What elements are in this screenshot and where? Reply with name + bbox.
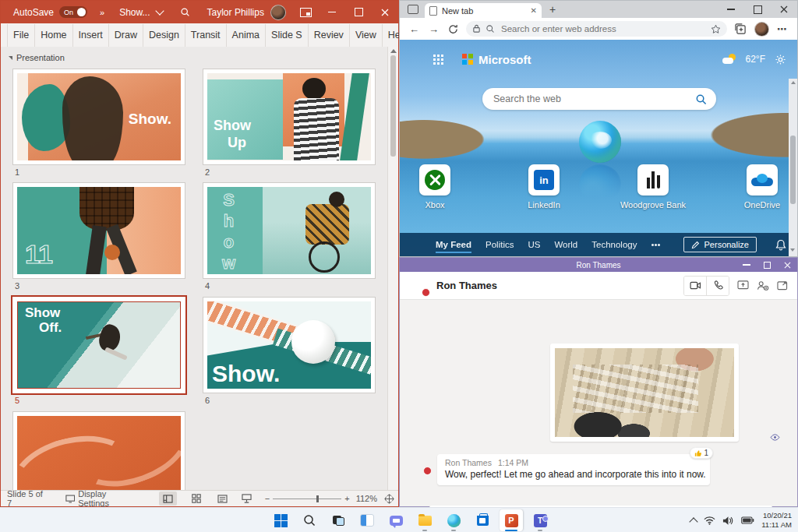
ribbon-tab-draw[interactable]: Draw: [109, 24, 143, 47]
back-button[interactable]: ←: [409, 23, 419, 35]
quick-access-overflow[interactable]: »: [100, 8, 105, 17]
scrollbar-thumb[interactable]: [390, 55, 396, 157]
display-settings-button[interactable]: Display Settings: [65, 489, 137, 508]
slide-sorter-button[interactable]: [188, 491, 206, 506]
zoom-level[interactable]: 112%: [356, 494, 377, 503]
feed-tab-my-feed[interactable]: My Feed: [436, 240, 471, 253]
gear-icon[interactable]: [775, 54, 786, 65]
reading-view-button[interactable]: [214, 491, 231, 506]
slide-thumbnail-6[interactable]: Show.: [203, 298, 375, 393]
popout-icon[interactable]: [777, 280, 788, 291]
quick-link-woodgrove-bank[interactable]: Woodgrove Bank: [618, 164, 688, 210]
account-name[interactable]: Taylor Phillips: [207, 7, 264, 18]
quick-link-linkedin[interactable]: in LinkedIn: [509, 164, 579, 210]
slide-thumbnail-5-selected[interactable]: Show Off.: [13, 298, 185, 393]
browser-tab-active[interactable]: New tab ✕: [425, 3, 542, 18]
minimize-button[interactable]: [319, 1, 345, 23]
close-button[interactable]: [372, 1, 398, 23]
minimize-button[interactable]: [736, 258, 757, 272]
personalize-button[interactable]: Personalize: [683, 237, 757, 252]
audio-call-button[interactable]: [706, 277, 729, 295]
feed-more-icon[interactable]: •••: [651, 240, 660, 249]
teams-taskbar-button[interactable]: T: [528, 509, 552, 531]
autosave-toggle[interactable]: On: [59, 6, 87, 18]
forward-button[interactable]: →: [429, 23, 439, 35]
tray-overflow-chevron-icon[interactable]: [690, 517, 698, 526]
wifi-icon[interactable]: [704, 516, 715, 525]
close-button[interactable]: [777, 258, 797, 272]
zoom-out-button[interactable]: −: [265, 494, 270, 503]
maximize-button[interactable]: [757, 258, 777, 272]
file-explorer-button[interactable]: [413, 509, 436, 531]
settings-menu-icon[interactable]: ⋯: [777, 23, 788, 35]
page-scrollbar[interactable]: [789, 79, 797, 256]
ribbon-tab-design[interactable]: Design: [143, 24, 185, 47]
feed-tab-politics[interactable]: Politics: [486, 240, 514, 249]
minimize-button[interactable]: [718, 1, 744, 18]
share-screen-icon[interactable]: [737, 280, 749, 291]
web-search-input[interactable]: [492, 93, 695, 105]
zoom-slider-thumb[interactable]: [316, 495, 319, 502]
ribbon-tab-transitions[interactable]: Transit: [185, 24, 227, 47]
normal-view-button[interactable]: [159, 491, 177, 506]
microsoft-logo[interactable]: Microsoft: [462, 53, 531, 66]
reaction-chip[interactable]: 1: [690, 447, 713, 459]
ribbon-tab-review[interactable]: Reviev: [309, 24, 350, 47]
slideshow-button[interactable]: [238, 491, 256, 506]
zoom-slider[interactable]: [273, 499, 341, 499]
slide-thumbnail-2[interactable]: Show Up: [203, 69, 375, 164]
search-icon[interactable]: [180, 7, 190, 17]
quick-link-xbox[interactable]: Xbox: [400, 164, 470, 210]
feed-tab-world[interactable]: World: [554, 240, 577, 249]
scrollbar-thumb[interactable]: [790, 136, 796, 204]
maximize-button[interactable]: [345, 1, 372, 23]
scroll-down-icon[interactable]: [790, 248, 795, 252]
add-people-icon[interactable]: [757, 280, 769, 291]
fit-slide-button[interactable]: [380, 491, 398, 506]
collections-icon[interactable]: [735, 23, 747, 34]
section-header[interactable]: Presentation: [9, 53, 65, 62]
maximize-button[interactable]: [744, 1, 771, 18]
slide-thumbnail-1[interactable]: Show.: [13, 69, 185, 164]
chat-button[interactable]: [384, 509, 408, 531]
quick-link-onedrive[interactable]: OneDrive: [727, 164, 797, 210]
powerpoint-taskbar-button[interactable]: P: [500, 509, 523, 531]
ribbon-tab-home[interactable]: Home: [35, 24, 72, 47]
feed-tab-us[interactable]: US: [528, 240, 540, 249]
microsoft-store-button[interactable]: [471, 509, 494, 531]
presenter-view-button[interactable]: [292, 1, 319, 23]
widgets-button[interactable]: [355, 509, 379, 531]
battery-icon[interactable]: [741, 516, 754, 524]
ribbon-tab-insert[interactable]: Insert: [73, 24, 109, 47]
start-button[interactable]: [269, 509, 292, 531]
favorites-star-icon[interactable]: [711, 24, 721, 34]
video-call-button[interactable]: [684, 277, 706, 295]
message-bubble[interactable]: 1 Ron Thames 1:14 PM Wow, perfect! Let m…: [437, 454, 710, 485]
scroll-up-icon[interactable]: [791, 81, 796, 84]
search-icon[interactable]: [695, 93, 707, 105]
address-bar[interactable]: [466, 21, 727, 37]
profile-avatar[interactable]: [754, 22, 769, 37]
slides-scrollbar[interactable]: [387, 47, 398, 491]
clock[interactable]: 10/20/21 11:11 AM: [761, 511, 792, 530]
edge-taskbar-button[interactable]: [442, 509, 465, 531]
document-title[interactable]: Show...: [119, 7, 150, 18]
scroll-up-icon[interactable]: [390, 49, 397, 53]
tab-close-icon[interactable]: ✕: [531, 6, 537, 15]
slide-thumbnail-4[interactable]: Show: [203, 183, 375, 278]
notifications-bell-icon[interactable]: [775, 239, 786, 251]
slide-thumbnail-7[interactable]: [13, 412, 185, 491]
web-search-bar[interactable]: [482, 88, 716, 110]
app-launcher-icon[interactable]: [433, 54, 443, 65]
ribbon-tab-slideshow[interactable]: Slide S: [266, 24, 309, 47]
weather-temp[interactable]: 62°F: [746, 54, 765, 65]
address-input[interactable]: [500, 23, 706, 34]
avatar[interactable]: [270, 5, 286, 20]
refresh-icon[interactable]: [448, 24, 458, 34]
taskbar-search-button[interactable]: [298, 509, 321, 531]
task-view-button[interactable]: [327, 509, 350, 531]
feed-tab-technology[interactable]: Technology: [591, 240, 637, 249]
ribbon-tab-animations[interactable]: Anima: [227, 24, 266, 47]
ribbon-tab-view[interactable]: View: [350, 24, 383, 47]
new-tab-button[interactable]: +: [549, 3, 556, 16]
